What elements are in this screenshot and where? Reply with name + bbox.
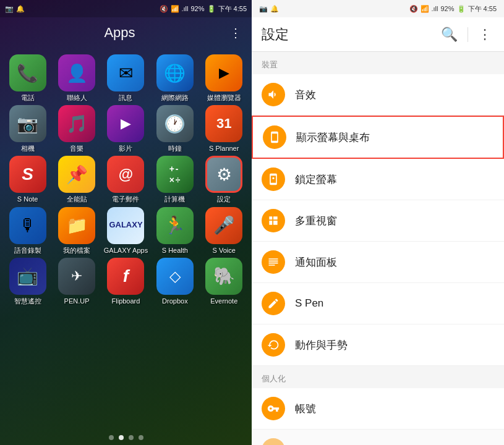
notification-label: 通知面板 (295, 255, 337, 269)
svoice-label: S Voice (213, 247, 236, 255)
more-settings-label: 更多... (295, 443, 325, 446)
contacts-label: 聯絡人 (67, 94, 87, 102)
app-email[interactable]: @ 電子郵件 (103, 156, 148, 203)
app-planner[interactable]: 31 S Planner (202, 105, 246, 153)
music-icon: 🎵 (58, 105, 95, 142)
lockscreen-icon (262, 167, 285, 191)
settings-item-account[interactable]: 帳號 (252, 388, 504, 430)
app-contacts[interactable]: 👤 聯絡人 (54, 54, 99, 102)
app-quickmemo[interactable]: 📌 全能貼 (54, 156, 99, 203)
settings-item-more[interactable]: 更多... (252, 430, 504, 445)
email-icon: @ (107, 156, 144, 193)
right-status-left-icons: 📷 🔔 (259, 5, 279, 13)
left-status-icons: 📷 🔔 (5, 5, 25, 13)
app-settings[interactable]: ⚙ 設定 (202, 156, 246, 203)
settings-item-notification[interactable]: 通知面板 (252, 242, 504, 283)
evernote-icon: 🐘 (205, 258, 242, 295)
dot-2[interactable] (119, 435, 124, 440)
app-clock[interactable]: 🕐 時鐘 (153, 105, 197, 153)
apps-row-4: 🎙 語音錄製 📁 我的檔案 GALAXY GALAXY Apps 🏃 S Hea… (3, 207, 249, 255)
browser-label: 網際網路 (161, 94, 189, 102)
motion-icon (262, 333, 285, 357)
browser-icon: 🌐 (156, 54, 194, 91)
mute-icon-right: 🔇 (409, 5, 418, 13)
app-calculator[interactable]: +-×÷ 計算機 (153, 156, 197, 203)
app-messages[interactable]: ✉ 訊息 (103, 54, 148, 102)
app-remote[interactable]: 📺 智慧遙控 (6, 258, 50, 305)
app-penup[interactable]: ✈ PEN.UP (54, 258, 99, 305)
apps-row-1: 📞 電話 👤 聯絡人 ✉ 訊息 🌐 網際網路 ▶ 媒體瀏覽器 (3, 54, 249, 102)
battery-pct-right: 92% (441, 5, 455, 12)
myfiles-icon: 📁 (58, 207, 95, 244)
settings-search-button[interactable]: 🔍 (438, 24, 460, 45)
remote-label: 智慧遙控 (14, 297, 41, 305)
dot-4[interactable] (139, 435, 143, 440)
evernote-label: Evernote (210, 297, 237, 305)
contacts-icon: 👤 (58, 54, 95, 91)
phone-label: 電話 (21, 94, 35, 102)
notification-icon-right: 🔔 (270, 5, 279, 13)
settings-item-lockscreen[interactable]: 鎖定螢幕 (252, 159, 504, 200)
video-label: 影片 (119, 145, 132, 153)
section-personal-header: 個人化 (252, 366, 504, 388)
dot-1[interactable] (109, 435, 114, 440)
apps-title: Apps (10, 25, 229, 41)
settings-item-display[interactable]: 顯示螢幕與桌布 (252, 116, 504, 159)
notification-icon (262, 250, 285, 274)
planner-icon: 31 (205, 105, 242, 142)
settings-list: 裝置 音效 顯示螢幕與桌布 (252, 52, 504, 445)
quickmemo-icon: 📌 (58, 156, 95, 193)
right-panel: 📷 🔔 🔇 📶 .ıll 92% 🔋 下午 4:55 設定 🔍 ⋮ 裝置 (252, 0, 504, 445)
right-status-info: 🔇 📶 .ıll 92% 🔋 下午 4:55 (160, 4, 247, 14)
app-myfiles[interactable]: 📁 我的檔案 (54, 207, 99, 255)
spen-text: S Pen (295, 297, 323, 310)
status-bar-right: 📷 🔔 🔇 📶 .ıll 92% 🔋 下午 4:55 (252, 0, 504, 17)
apps-grid: 📞 電話 👤 聯絡人 ✉ 訊息 🌐 網際網路 ▶ 媒體瀏覽器 (0, 48, 252, 430)
app-shealth[interactable]: 🏃 S Health (153, 207, 197, 255)
calculator-icon: +-×÷ (156, 156, 194, 193)
apps-menu-button[interactable]: ⋮ (229, 25, 242, 40)
lockscreen-label: 鎖定螢幕 (295, 172, 337, 187)
messages-label: 訊息 (119, 94, 132, 102)
app-video[interactable]: ▶ 影片 (103, 105, 148, 153)
battery-text: 92% (191, 5, 205, 12)
settings-item-sound[interactable]: 音效 (252, 74, 504, 116)
dropbox-label: Dropbox (162, 297, 188, 305)
battery-icon: 🔋 (207, 5, 216, 13)
section-device-header: 裝置 (252, 52, 504, 74)
camera-icon-right: 📷 (259, 5, 268, 13)
settings-item-spen[interactable]: S Pen (252, 283, 504, 324)
account-icon (262, 397, 285, 420)
svoice-icon: 🎤 (205, 207, 242, 244)
planner-label: S Planner (209, 145, 239, 153)
app-camera[interactable]: 📷 相機 (6, 105, 50, 153)
app-media[interactable]: ▶ 媒體瀏覽器 (202, 54, 246, 102)
multiwindow-icon (262, 209, 285, 232)
settings-title: 設定 (262, 25, 431, 44)
app-snote[interactable]: S S Note (6, 156, 50, 203)
dot-3[interactable] (129, 435, 134, 440)
phone-icon: 📞 (9, 54, 46, 91)
camera-icon: 📷 (9, 105, 46, 142)
signal-icon-right: .ıll (432, 5, 438, 12)
account-text: 帳號 (295, 402, 316, 416)
wifi-icon-right: 📶 (421, 5, 429, 13)
app-browser[interactable]: 🌐 網際網路 (153, 54, 197, 102)
flipboard-label: Flipboard (112, 297, 140, 305)
notification-status-icon: 🔔 (16, 5, 25, 13)
app-phone[interactable]: 📞 電話 (6, 54, 50, 102)
app-dropbox[interactable]: ◇ Dropbox (153, 258, 197, 305)
remote-icon: 📺 (9, 258, 46, 295)
app-voicerec[interactable]: 🎙 語音錄製 (6, 207, 50, 255)
email-label: 電子郵件 (112, 195, 139, 203)
app-evernote[interactable]: 🐘 Evernote (202, 258, 246, 305)
app-svoice[interactable]: 🎤 S Voice (202, 207, 246, 255)
settings-item-multiwindow[interactable]: 多重視窗 (252, 200, 504, 242)
settings-more-button[interactable]: ⋮ (476, 24, 494, 45)
display-label: 顯示螢幕與桌布 (296, 130, 370, 145)
sound-text: 音效 (295, 88, 316, 102)
settings-item-motion[interactable]: 動作與手勢 (252, 324, 504, 366)
app-galaxy[interactable]: GALAXY GALAXY Apps (103, 207, 148, 255)
app-music[interactable]: 🎵 音樂 (54, 105, 99, 153)
app-flipboard[interactable]: f Flipboard (103, 258, 148, 305)
